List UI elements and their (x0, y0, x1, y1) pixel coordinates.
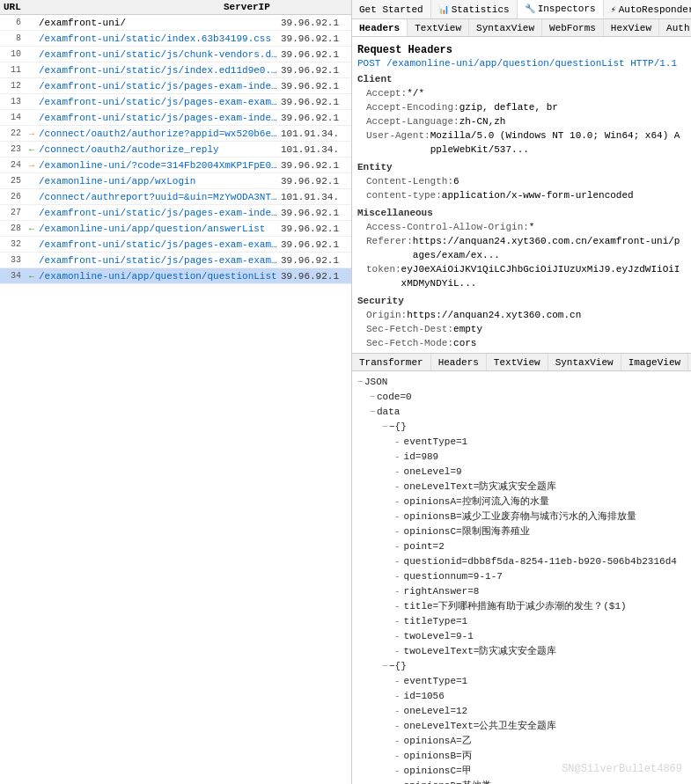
header-group-miscellaneous: MiscellaneousAccess-Control-Allow-Origin… (357, 208, 686, 290)
row-url[interactable]: /connect/oauth2/authorize_reply (39, 144, 281, 155)
header-key: Content-Length: (366, 174, 453, 188)
tree-key: opinionsC=甲 (404, 764, 472, 779)
row-url[interactable]: /examfront-uni/static/js/pages-exam-inde… (39, 81, 281, 92)
sub-tab-textview[interactable]: TextView (408, 19, 469, 36)
top-tab-autoresponder[interactable]: ⚡AutoResponder (604, 0, 691, 18)
table-row[interactable]: 32/examfront-uni/static/js/pages-exam-ex… (0, 237, 351, 253)
header-value: zh-CN,zh (459, 114, 506, 128)
tree-node: - id=1056 (357, 689, 686, 704)
bottom-tab-headers2[interactable]: Headers (431, 354, 487, 370)
row-ip: 39.96.92.1 (281, 223, 351, 234)
row-url[interactable]: /examonline-uni/app/wxLogin (39, 176, 281, 187)
table-row[interactable]: 24→/examonline-uni/?code=314Fb2004XmKP1F… (0, 158, 351, 173)
header-row: Accept-Language: zh-CN,zh (357, 114, 686, 128)
header-value: */* (407, 86, 424, 100)
row-url[interactable]: /connect/oauth2/authorize?appid=wx520b6e… (39, 128, 281, 139)
bottom-tab-imageview[interactable]: ImageView (621, 354, 688, 370)
table-row[interactable]: 25/examonline-uni/app/wxLogin39.96.92.1 (0, 173, 351, 189)
row-ip: 39.96.92.1 (281, 239, 351, 250)
table-row[interactable]: 34←/examonline-uni/app/question/question… (0, 268, 351, 284)
tree-node: - point=2 (357, 539, 686, 554)
tree-dash: - (394, 674, 401, 689)
top-tab-inspectors[interactable]: 🔧Inspectors (518, 0, 604, 18)
sub-tab-webforms[interactable]: WebForms (542, 19, 604, 36)
sub-tab-auth[interactable]: Auth (659, 19, 691, 36)
tree-dash: - (394, 644, 401, 659)
tree-key: opinionsD=其他类 (404, 779, 491, 784)
bottom-tab-textview2[interactable]: TextView (487, 354, 548, 370)
table-row[interactable]: 33/examfront-uni/static/js/pages-exam-ex… (0, 253, 351, 268)
table-row[interactable]: 27/examfront-uni/static/js/pages-exam-in… (0, 205, 351, 221)
header-value: gzip, deflate, br (459, 100, 558, 114)
table-header: URL ServerIP (0, 0, 351, 15)
row-url[interactable]: /examfront-uni/static/js/chunk-vendors.d… (39, 49, 281, 60)
top-tab-get-started[interactable]: Get Started (352, 0, 431, 18)
row-ip: 39.96.92.1 (281, 97, 351, 107)
row-number: 24 (0, 160, 25, 170)
tree-collapse-icon[interactable]: − (382, 659, 387, 674)
row-number: 13 (0, 97, 25, 106)
header-key: Accept-Encoding: (366, 100, 459, 114)
table-row[interactable]: 6/examfront-uni/39.96.92.1 (0, 15, 351, 31)
tree-dash: - (394, 524, 401, 539)
row-url[interactable]: /examfront-uni/static/index.63b34199.css (39, 33, 281, 44)
tree-collapse-icon[interactable]: − (370, 405, 375, 420)
header-key: content-type: (366, 188, 442, 202)
row-url[interactable]: /connect/authreport?uuid=&uin=MzYwODA3NT… (39, 192, 281, 202)
tree-key: JSON (364, 375, 387, 390)
table-row[interactable]: 8/examfront-uni/static/index.63b34199.cs… (0, 31, 351, 47)
tree-key: questionnum=9-1-7 (404, 569, 503, 584)
row-ip: 39.96.92.1 (281, 255, 351, 266)
url-column-header: URL (4, 2, 224, 12)
tree-node: - id=989 (357, 450, 686, 465)
row-url[interactable]: /examonline-uni/app/question/questionLis… (39, 271, 281, 282)
header-value: https://anquan24.xyt360.com.cn (407, 308, 581, 322)
tree-dash: - (394, 704, 401, 719)
inspectors-icon: 🔧 (525, 4, 535, 14)
table-row[interactable]: 13/examfront-uni/static/js/pages-exam-ex… (0, 94, 351, 110)
row-ip: 101.91.34. (281, 128, 351, 139)
table-row[interactable]: 22→/connect/oauth2/authorize?appid=wx520… (0, 126, 351, 142)
tree-collapse-icon[interactable]: − (382, 420, 387, 435)
header-row: Sec-Fetch-Dest: empty (357, 322, 686, 336)
row-url[interactable]: /examfront-uni/ (39, 18, 281, 28)
sub-tab-syntaxview[interactable]: SyntaxView (469, 19, 542, 36)
request-headers-section: Request Headers POST /examonline-uni/app… (352, 37, 691, 354)
row-ip: 39.96.92.1 (281, 113, 351, 123)
tree-node: - opinionsD=其他类 (357, 779, 686, 784)
header-value: application/x-www-form-urlencoded (442, 188, 634, 202)
row-ip: 39.96.92.1 (281, 33, 351, 44)
table-row[interactable]: 26/connect/authreport?uuid=&uin=MzYwODA3… (0, 189, 351, 205)
row-number: 26 (0, 192, 25, 201)
header-group-security: SecurityOrigin: https://anquan24.xyt360.… (357, 296, 686, 354)
header-key: Sec-Fetch-Dest: (366, 322, 453, 336)
tree-collapse-icon[interactable]: − (370, 390, 375, 405)
table-row[interactable]: 23←/connect/oauth2/authorize_reply101.91… (0, 142, 351, 158)
row-url[interactable]: /examonline-uni/?code=314Fb2004XmKP1FpE0… (39, 160, 281, 171)
table-row[interactable]: 10/examfront-uni/static/js/chunk-vendors… (0, 47, 351, 62)
row-url[interactable]: /examfront-uni/static/js/pages-exam-inde… (39, 113, 281, 123)
header-group-title: Miscellaneous (357, 208, 686, 218)
row-url[interactable]: /examfront-uni/static/js/pages-exam-exam… (39, 239, 281, 250)
tree-collapse-icon[interactable]: − (357, 375, 363, 390)
tree-key: id=989 (404, 450, 439, 465)
tree-node: - questionid=dbb8f5da-8254-11eb-b920-506… (357, 554, 686, 569)
row-url[interactable]: /examfront-uni/static/js/pages-exam-exam… (39, 255, 281, 266)
row-url[interactable]: /examfront-uni/static/js/pages-exam-inde… (39, 208, 281, 218)
header-row: Sec-Fetch-Mode: cors (357, 336, 686, 350)
bottom-tab-transformer[interactable]: Transformer (352, 354, 431, 370)
table-row[interactable]: 12/examfront-uni/static/js/pages-exam-in… (0, 78, 351, 94)
table-row[interactable]: 28←/examonline-uni/app/question/answerLi… (0, 221, 351, 237)
table-row[interactable]: 14/examfront-uni/static/js/pages-exam-in… (0, 110, 351, 126)
row-url[interactable]: /examonline-uni/app/question/answerList (39, 223, 281, 234)
row-url[interactable]: /examfront-uni/static/js/pages-exam-exam… (39, 97, 281, 107)
tree-key: opinionsC=限制围海养殖业 (404, 524, 530, 539)
top-tab-statistics[interactable]: 📊Statistics (431, 0, 518, 18)
header-group-title: Client (357, 74, 686, 84)
sub-tab-hexview[interactable]: HexView (604, 19, 659, 36)
bottom-tab-syntaxview2[interactable]: SyntaxView (548, 354, 621, 370)
sub-tab-headers[interactable]: Headers (352, 19, 408, 36)
header-group-title: Security (357, 296, 686, 306)
row-url[interactable]: /examfront-uni/static/js/index.ed11d9e0.… (39, 65, 281, 76)
table-row[interactable]: 11/examfront-uni/static/js/index.ed11d9e… (0, 62, 351, 78)
